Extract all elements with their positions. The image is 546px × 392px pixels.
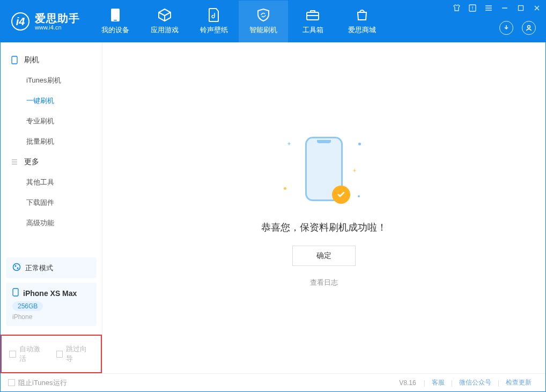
device-info[interactable]: iPhone XS Max 256GB iPhone — [6, 283, 97, 326]
view-log-link[interactable]: 查看日志 — [310, 278, 338, 287]
svg-point-21 — [15, 265, 17, 267]
tab-tools[interactable]: 工具箱 — [288, 1, 337, 42]
dot-decoration — [358, 195, 360, 197]
sidebar-item-pro[interactable]: 专业刷机 — [1, 111, 102, 131]
svg-rect-16 — [12, 56, 17, 64]
cube-icon — [158, 8, 172, 22]
checkbox-icon — [8, 379, 15, 386]
sidebar-item-onekey[interactable]: 一键刷机 — [1, 91, 102, 111]
sidebar-item-firmware[interactable]: 下载固件 — [1, 193, 102, 213]
account-button[interactable] — [522, 21, 536, 35]
logo: i4 爱思助手 www.i4.cn — [1, 12, 87, 31]
list-icon — [10, 158, 19, 166]
tab-device[interactable]: 我的设备 — [91, 1, 140, 42]
feedback-icon[interactable]: ! — [467, 3, 478, 13]
svg-text:!: ! — [472, 5, 474, 11]
tab-flash[interactable]: 智能刷机 — [239, 1, 288, 42]
version-label: V8.16 — [399, 379, 416, 387]
svg-rect-23 — [13, 289, 18, 296]
svg-point-15 — [528, 26, 530, 28]
success-illustration — [273, 129, 375, 209]
check-badge-icon — [332, 186, 350, 204]
download-button[interactable] — [499, 21, 513, 35]
app-window: i4 爱思助手 www.i4.cn 我的设备 应用游戏 — [0, 0, 546, 392]
body: 刷机 iTunes刷机 一键刷机 专业刷机 批量刷机 更多 其他工具 下载固件 … — [1, 42, 545, 373]
bag-icon — [355, 8, 369, 22]
sidebar-section-more: 更多 — [1, 152, 102, 172]
device-icon — [108, 8, 122, 22]
sidebar-item-advanced[interactable]: 高级功能 — [1, 213, 102, 233]
dot-decoration — [284, 187, 286, 190]
checkbox-block-itunes[interactable]: 阻止iTunes运行 — [8, 378, 67, 388]
main-content: 恭喜您，保资料刷机成功啦！ 确定 查看日志 — [102, 42, 545, 373]
app-subtitle: www.i4.cn — [35, 24, 80, 31]
maximize-button[interactable] — [515, 3, 526, 13]
sidebar-item-batch[interactable]: 批量刷机 — [1, 131, 102, 152]
highlighted-options: 自动激活 跳过向导 — [1, 335, 102, 373]
refresh-shield-icon — [256, 8, 270, 22]
svg-point-22 — [17, 268, 19, 269]
tshirt-icon[interactable] — [451, 3, 462, 13]
checkbox-icon — [56, 351, 63, 358]
footer: 阻止iTunes运行 V8.16 | 客服 | 微信公众号 | 检查更新 — [1, 373, 545, 391]
toolbox-icon — [306, 8, 320, 22]
header: i4 爱思助手 www.i4.cn 我的设备 应用游戏 — [1, 1, 545, 42]
sparkle-icon — [352, 165, 357, 169]
sparkle-icon — [287, 138, 291, 143]
footer-link-update[interactable]: 检查更新 — [499, 378, 538, 387]
header-actions — [499, 21, 536, 35]
sidebar-section-flash: 刷机 — [1, 50, 102, 70]
tab-rings[interactable]: 铃声壁纸 — [189, 1, 239, 42]
device-capacity: 256GB — [12, 301, 43, 311]
device-phone-icon — [12, 288, 19, 298]
footer-link-service[interactable]: 客服 — [425, 378, 451, 387]
minimize-button[interactable] — [499, 3, 510, 13]
main-tabs: 我的设备 应用游戏 铃声壁纸 智能刷机 — [91, 1, 387, 42]
dot-decoration — [358, 143, 361, 145]
device-type: iPhone — [12, 313, 90, 321]
sidebar-item-other[interactable]: 其他工具 — [1, 172, 102, 193]
checkbox-skip-guide[interactable]: 跳过向导 — [56, 344, 94, 364]
ok-button[interactable]: 确定 — [292, 246, 356, 266]
music-file-icon — [207, 8, 221, 22]
svg-point-20 — [13, 264, 20, 271]
checkbox-icon — [9, 351, 16, 358]
sidebar: 刷机 iTunes刷机 一键刷机 专业刷机 批量刷机 更多 其他工具 下载固件 … — [1, 42, 102, 373]
app-title: 爱思助手 — [35, 12, 80, 24]
phone-small-icon — [10, 56, 19, 64]
logo-icon: i4 — [11, 12, 29, 31]
sidebar-item-itunes[interactable]: iTunes刷机 — [1, 70, 102, 91]
checkbox-auto-activate[interactable]: 自动激活 — [9, 344, 47, 364]
footer-link-wechat[interactable]: 微信公众号 — [453, 378, 498, 387]
svg-rect-12 — [519, 6, 523, 11]
tab-store[interactable]: 爱思商城 — [337, 1, 387, 42]
window-controls: ! — [451, 3, 542, 13]
svg-rect-1 — [114, 20, 117, 21]
success-message: 恭喜您，保资料刷机成功啦！ — [261, 221, 387, 234]
tab-apps[interactable]: 应用游戏 — [140, 1, 189, 42]
menu-icon[interactable] — [483, 3, 494, 13]
device-mode[interactable]: 正常模式 — [6, 257, 97, 278]
close-button[interactable] — [532, 3, 542, 13]
mode-icon — [12, 263, 21, 273]
svg-rect-0 — [111, 9, 120, 21]
